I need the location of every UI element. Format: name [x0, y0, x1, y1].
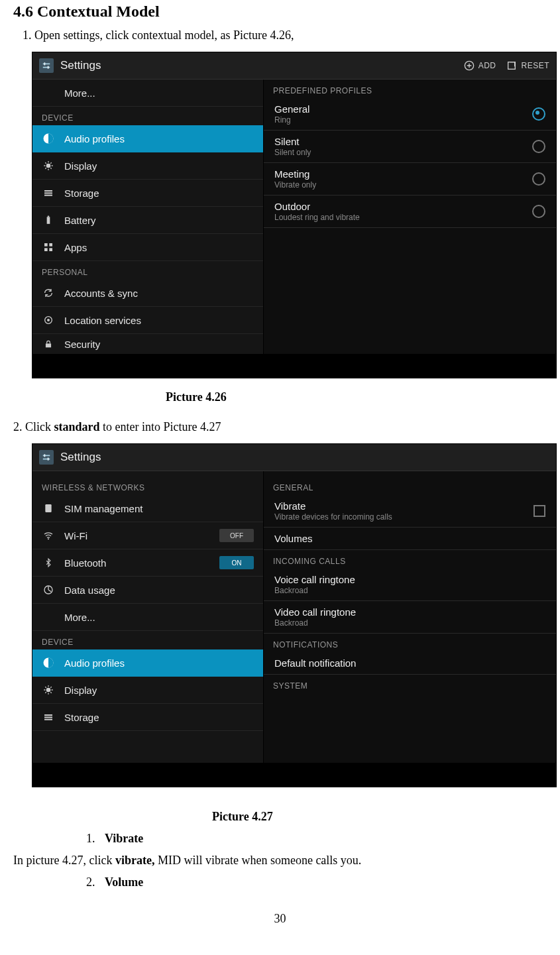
svg-rect-5 — [508, 62, 516, 70]
lock-icon — [42, 337, 55, 351]
sidebar-item-more-[interactable]: More... — [32, 604, 263, 631]
content-header-predefined: PREDEFINED PROFILES — [264, 80, 556, 98]
svg-rect-14 — [49, 243, 52, 247]
data-usage-icon — [42, 583, 55, 596]
toggle-on[interactable]: ON — [219, 556, 254, 569]
app-title: Settings — [60, 59, 464, 72]
svg-rect-13 — [44, 243, 48, 247]
reset-button[interactable]: RESET — [506, 60, 549, 71]
battery-icon — [42, 213, 55, 227]
setting-video-ringtone[interactable]: Video call ringtoneBackroad — [264, 601, 556, 634]
more--icon — [42, 610, 55, 624]
svg-point-28 — [46, 688, 51, 693]
svg-rect-12 — [48, 216, 49, 217]
sidebar-item-data-usage[interactable]: Data usage — [32, 577, 263, 604]
content-section-general: GENERAL — [264, 471, 556, 495]
settings-sidebar: More... DEVICE Audio profiles Display St… — [32, 80, 264, 354]
svg-rect-0 — [43, 64, 50, 65]
svg-point-18 — [47, 319, 50, 321]
sidebar-item-accounts[interactable]: Accounts & sync — [32, 280, 263, 307]
svg-rect-30 — [44, 716, 52, 718]
svg-rect-8 — [44, 190, 52, 192]
sidebar-item-display[interactable]: Display — [32, 152, 263, 180]
sidebar-item-storage[interactable]: Storage — [32, 180, 263, 207]
app-header: Settings — [32, 444, 556, 471]
radio-icon[interactable] — [532, 140, 545, 153]
sidebar-item-sim-management[interactable]: SIM management — [32, 495, 263, 522]
sub-item-1: 1. Vibrate — [86, 832, 547, 846]
sidebar-section-wireless: WIRELESS & NETWORKS — [32, 471, 263, 495]
caption-4-26: Picture 4.26 — [166, 390, 547, 404]
screenshot-4-27: Settings WIRELESS & NETWORKS SIM managem… — [32, 443, 557, 787]
bluetooth-icon — [42, 556, 55, 569]
svg-rect-9 — [44, 192, 52, 194]
apps-icon — [42, 241, 55, 254]
sidebar-section-device: DEVICE — [32, 107, 263, 125]
svg-rect-23 — [48, 458, 49, 461]
checkbox-icon[interactable] — [533, 505, 545, 517]
setting-volumes[interactable]: Volumes — [264, 528, 556, 550]
display-icon — [42, 159, 55, 172]
app-header: Settings ADD RESET — [32, 52, 556, 80]
sidebar-item-display[interactable]: Display — [32, 677, 263, 704]
svg-rect-19 — [46, 343, 51, 347]
sidebar-item-security[interactable]: Security — [32, 334, 263, 354]
svg-rect-3 — [48, 66, 49, 69]
sidebar-section-personal: PERSONAL — [32, 261, 263, 280]
sidebar-item-wi-fi[interactable]: Wi-FiOFF — [32, 522, 263, 549]
sidebar-item-battery[interactable]: Battery — [32, 207, 263, 234]
svg-rect-24 — [45, 504, 51, 512]
svg-point-7 — [46, 164, 51, 168]
setting-vibrate[interactable]: VibrateVibrate devices for incoming call… — [264, 495, 556, 528]
sync-icon — [42, 286, 55, 300]
content-section-notifications: NOTIFICATIONS — [264, 634, 556, 652]
svg-rect-10 — [44, 195, 52, 196]
svg-rect-15 — [44, 248, 48, 251]
svg-point-25 — [48, 538, 49, 539]
add-button[interactable]: ADD — [464, 60, 496, 71]
sidebar-item-storage[interactable]: Storage — [32, 704, 263, 731]
section-heading: 4.6 Contextual Model — [13, 3, 547, 21]
settings-icon — [39, 58, 54, 73]
svg-rect-29 — [44, 714, 52, 716]
toggle-off[interactable]: OFF — [219, 529, 254, 542]
radio-icon[interactable] — [532, 205, 545, 218]
sidebar-item-more[interactable]: More... — [32, 80, 263, 107]
sidebar-item-audio-profiles[interactable]: Audio profiles — [32, 649, 263, 677]
display-icon — [42, 683, 55, 697]
setting-default-notification[interactable]: Default notification — [264, 652, 556, 675]
profile-outdoor[interactable]: OutdoorLoudest ring and vibrate — [264, 196, 556, 228]
profile-meeting[interactable]: MeetingVibrate only — [264, 163, 556, 196]
content-section-system: SYSTEM — [264, 675, 556, 693]
settings-content: PREDEFINED PROFILES GeneralRingSilentSil… — [264, 80, 556, 354]
sidebar-item-location[interactable]: Location services — [32, 307, 263, 334]
page-number: 30 — [13, 912, 547, 926]
sub-item-2: 2. Volume — [86, 875, 547, 889]
content-section-incoming: INCOMING CALLS — [264, 550, 556, 569]
sim-management-icon — [42, 502, 55, 515]
wi-fi-icon — [42, 529, 55, 542]
screenshot-4-26: Settings ADD RESET More... DEVICE Audio … — [32, 52, 557, 378]
profile-general[interactable]: GeneralRing — [264, 98, 556, 131]
settings-sidebar: WIRELESS & NETWORKS SIM managementWi-FiO… — [32, 471, 264, 763]
storage-icon — [42, 186, 55, 199]
settings-content: GENERAL VibrateVibrate devices for incom… — [264, 471, 556, 763]
sidebar-item-bluetooth[interactable]: BluetoothON — [32, 549, 263, 577]
sidebar-section-device: DEVICE — [32, 631, 263, 649]
svg-rect-20 — [43, 455, 50, 457]
reset-label: RESET — [521, 61, 549, 70]
svg-rect-11 — [47, 217, 50, 224]
settings-icon — [39, 450, 54, 465]
setting-voice-ringtone[interactable]: Voice call ringtoneBackroad — [264, 569, 556, 601]
radio-icon[interactable] — [532, 172, 545, 186]
caption-4-27: Picture 4.27 — [212, 810, 547, 824]
location-icon — [42, 313, 55, 327]
sidebar-item-audio-profiles[interactable]: Audio profiles — [32, 125, 263, 152]
svg-rect-1 — [43, 67, 50, 68]
app-title: Settings — [60, 451, 549, 464]
profile-silent[interactable]: SilentSilent only — [264, 131, 556, 163]
radio-icon[interactable] — [532, 107, 545, 121]
audio-icon — [42, 656, 55, 669]
sidebar-item-apps[interactable]: Apps — [32, 234, 263, 261]
step-2-text: 2. Click standard to enter into Picture … — [13, 420, 547, 434]
